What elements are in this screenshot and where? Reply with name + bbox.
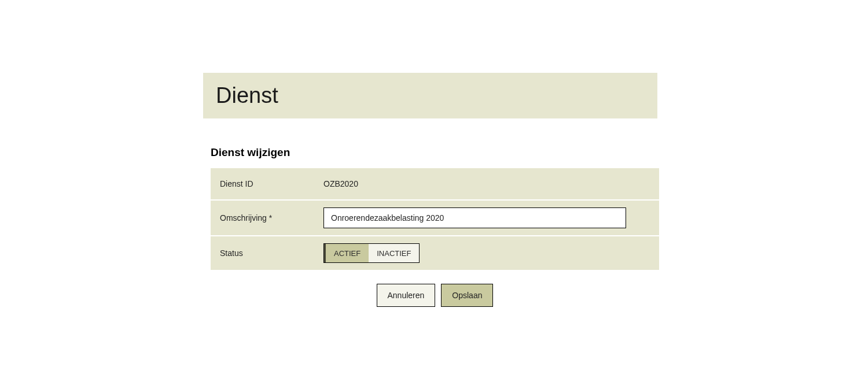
value-dienst-id: OZB2020 xyxy=(323,179,358,188)
form-container: Dienst Dienst wijzigen Dienst ID OZB2020… xyxy=(203,73,657,307)
omschrijving-input[interactable] xyxy=(323,207,626,228)
label-omschrijving: Omschrijving * xyxy=(211,201,323,235)
cancel-button[interactable]: Annuleren xyxy=(377,284,436,307)
label-status: Status xyxy=(211,236,323,270)
row-omschrijving: Omschrijving * xyxy=(211,201,659,235)
status-inactive-button[interactable]: INACTIEF xyxy=(369,244,419,262)
section-title: Dienst wijzigen xyxy=(211,146,657,159)
row-status: Status ACTIEF INACTIEF xyxy=(211,236,659,270)
row-dienst-id: Dienst ID OZB2020 xyxy=(211,168,659,199)
action-row: Annuleren Opslaan xyxy=(211,284,659,307)
header-bar: Dienst xyxy=(203,73,657,118)
page-title: Dienst xyxy=(216,83,645,108)
save-button[interactable]: Opslaan xyxy=(441,284,493,307)
form-table: Dienst ID OZB2020 Omschrijving * Status … xyxy=(211,167,659,271)
status-toggle-group: ACTIEF INACTIEF xyxy=(323,243,420,263)
label-dienst-id: Dienst ID xyxy=(211,168,323,199)
status-active-button[interactable]: ACTIEF xyxy=(324,244,369,262)
